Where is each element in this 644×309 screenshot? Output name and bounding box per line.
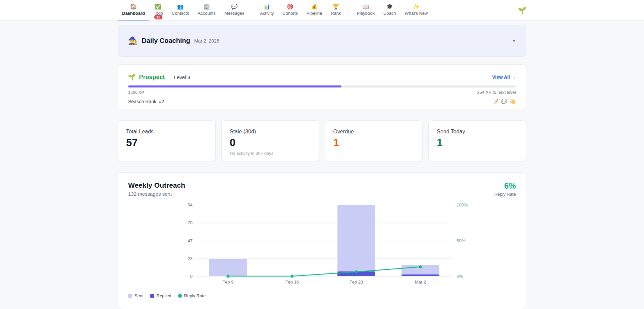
cohorts-icon: 🎯 [287, 4, 293, 10]
rank-actions: 📝 💬 👋 [492, 99, 516, 105]
dashboard-icon: 🏠 [130, 4, 137, 10]
sent-swatch [128, 294, 132, 298]
xp-row: 1.2K XP 354 XP to next level [128, 90, 516, 95]
daily-coaching-date: Mar 2, 2026 [194, 38, 219, 44]
playbook-icon: 📖 [362, 4, 369, 10]
nav-item-cohorts[interactable]: 🎯 Cohorts [278, 0, 302, 20]
reply-rate-dot [419, 265, 422, 268]
stat-card-total-leads: Total Leads 57 [118, 120, 216, 161]
nav-item-messages[interactable]: 💬 Messages [220, 0, 249, 20]
level-header: 🌱 Prospect — Level 3 View All → [128, 73, 516, 81]
level-title: Prospect [139, 74, 165, 81]
level-progress-card: 🌱 Prospect — Level 3 View All → 1.2K XP … [118, 64, 526, 110]
chat-icon[interactable]: 💬 [501, 99, 507, 105]
todo-count-badge: 13 [154, 15, 162, 19]
weekly-outreach-card: Weekly Outreach 132 messages sent 6% Rep… [118, 172, 526, 309]
main-content: 🧙 Daily Coaching Mar 2, 2026 ▼ 🌱 Prospec… [118, 21, 526, 309]
chart-legend: Sent Replied Reply Rate [128, 293, 516, 298]
legend-label: Replied [157, 293, 171, 298]
top-nav-inner: 🏠 Dashboard ✅ Todo 13 👥 Contacts 🏢 Accou… [118, 0, 526, 20]
nav-item-coach[interactable]: 🎓 Coach [379, 0, 400, 20]
chart-title: Weekly Outreach [128, 181, 185, 189]
y-axis-tick: 94 [188, 202, 193, 207]
activity-icon: 📊 [264, 4, 270, 10]
xp-progress-fill [128, 85, 341, 87]
daily-coaching-title: Daily Coaching [142, 37, 190, 45]
chart-header-right: 6% Reply Rate [494, 181, 516, 197]
nav-item-rank[interactable]: 🏆 Rank [326, 0, 345, 20]
right-axis-tick: 0% [457, 274, 463, 279]
contacts-icon: 👥 [177, 4, 184, 10]
nav-item-playbook[interactable]: 📖 Playbook [352, 0, 379, 20]
x-axis-tick: Feb 16 [260, 280, 324, 285]
nav-item-activity[interactable]: 📊 Activity [256, 0, 278, 20]
seedling-icon: 🌱 [128, 73, 136, 81]
nav-label-dashboard: Dashboard [122, 11, 145, 16]
wave-icon[interactable]: 👋 [509, 99, 516, 105]
chart-subtitle: 132 messages sent [128, 191, 185, 197]
view-all-link[interactable]: View All → [492, 74, 516, 80]
nav-item-contacts[interactable]: 👥 Contacts [167, 0, 193, 20]
nav-label-playbook: Playbook [357, 11, 374, 16]
xp-to-next-level: 354 XP to next level [477, 90, 516, 95]
nav-label-contacts: Contacts [172, 11, 189, 16]
chart-plot: 94 70 47 23 0 100% 50% 0% [196, 205, 452, 276]
stat-label: Send Today [437, 129, 518, 135]
accounts-icon: 🏢 [203, 4, 210, 10]
y-axis-tick: 0 [190, 274, 193, 279]
y-axis-tick: 47 [188, 238, 193, 243]
nav-item-dashboard[interactable]: 🏠 Dashboard [118, 0, 149, 20]
stat-caption: No activity in 30+ days [230, 151, 311, 156]
nav-item-todo[interactable]: ✅ Todo 13 [149, 0, 167, 20]
daily-coaching-card[interactable]: 🧙 Daily Coaching Mar 2, 2026 ▼ [118, 25, 526, 57]
nav-label-cohorts: Cohorts [282, 11, 298, 16]
nav-label-whats-new: What's New [405, 11, 428, 16]
nav-item-accounts[interactable]: 🏢 Accounts [193, 0, 220, 20]
season-rank-row: Season Rank: #2 📝 💬 👋 [128, 99, 516, 105]
chart-header-left: Weekly Outreach 132 messages sent [128, 181, 185, 197]
replied-swatch [150, 294, 154, 298]
note-icon[interactable]: 📝 [492, 99, 499, 105]
x-axis-tick: Feb 23 [324, 280, 388, 285]
stat-value: 57 [126, 137, 207, 148]
x-axis-tick: Feb 9 [196, 280, 260, 285]
messages-icon: 💬 [231, 4, 238, 10]
stat-value: 1 [333, 137, 415, 148]
stat-value: 1 [437, 137, 518, 148]
legend-label: Reply Rate [184, 293, 206, 298]
top-nav: 🏠 Dashboard ✅ Todo 13 👥 Contacts 🏢 Accou… [0, 0, 644, 21]
legend-item-reply-rate: Reply Rate [178, 293, 206, 298]
reply-rate-value: 6% [494, 181, 516, 191]
nav-label-rank: Rank [331, 11, 341, 16]
right-axis-tick: 100% [457, 202, 468, 207]
reply-rate-line [196, 205, 452, 276]
nav-label-coach: Coach [383, 11, 396, 16]
nav-item-pipeline[interactable]: 💰 Pipeline [302, 0, 326, 20]
y-axis-tick: 70 [188, 220, 193, 225]
nav-item-whats-new[interactable]: ✨ What's New [400, 0, 432, 20]
chart-header: Weekly Outreach 132 messages sent 6% Rep… [128, 181, 516, 197]
level-label: — Level 3 [168, 74, 191, 80]
right-axis-tick: 50% [457, 238, 465, 243]
stat-card-overdue: Overdue 1 [325, 120, 423, 161]
stat-value: 0 [230, 137, 311, 148]
x-axis-tick: Mar 2 [388, 280, 452, 285]
stat-card-stale: Stale (30d) 0 No activity in 30+ days [221, 120, 319, 161]
coach-icon: 🎓 [386, 4, 393, 10]
stat-label: Stale (30d) [230, 129, 311, 135]
legend-item-sent: Sent [128, 293, 144, 298]
seedling-profile-icon[interactable]: 🌱 [518, 6, 526, 14]
pipeline-icon: 💰 [311, 4, 318, 10]
xp-current: 1.2K XP [128, 90, 144, 95]
wizard-icon: 🧙 [128, 37, 137, 45]
nav-label-messages: Messages [224, 11, 244, 16]
nav-label-accounts: Accounts [198, 11, 215, 16]
nav-label-activity: Activity [260, 11, 274, 16]
legend-item-replied: Replied [150, 293, 171, 298]
stats-row: Total Leads 57 Stale (30d) 0 No activity… [118, 120, 526, 161]
x-axis-labels: Feb 9 Feb 16 Feb 23 Mar 2 [196, 280, 452, 285]
chevron-down-icon[interactable]: ▼ [512, 39, 516, 43]
season-rank-label: Season Rank: #2 [128, 99, 164, 104]
reply-rate-swatch [178, 294, 182, 298]
reply-rate-dot [355, 270, 358, 273]
